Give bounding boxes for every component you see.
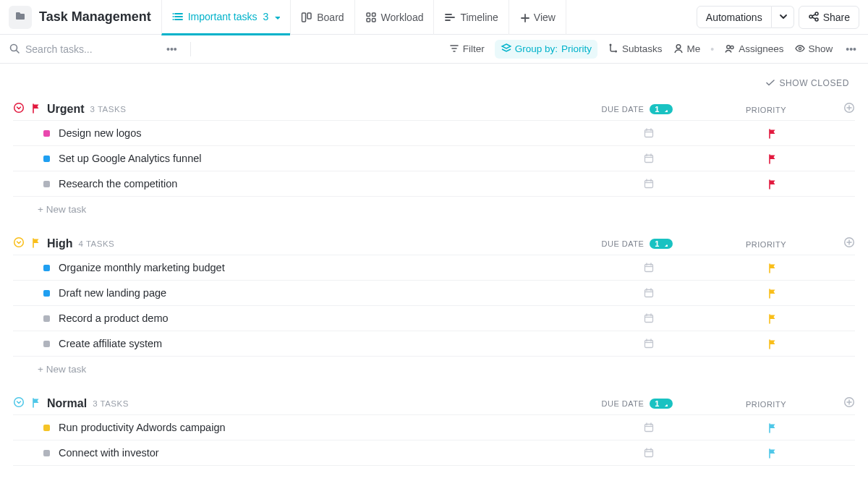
task-row[interactable]: Draft new landing page (13, 280, 855, 305)
eye-icon (794, 43, 805, 56)
task-status-square[interactable] (43, 130, 50, 137)
priority-cell[interactable] (718, 263, 826, 273)
page-title: Task Management (39, 9, 151, 25)
col-due-date[interactable]: DUE DATE (602, 239, 644, 248)
due-date-cell[interactable] (580, 447, 718, 459)
task-status-square[interactable] (43, 181, 50, 187)
show-closed-button[interactable]: SHOW CLOSED (13, 69, 855, 99)
users-icon (724, 43, 735, 56)
task-name: Research the competition (59, 178, 177, 190)
task-name: Design new logos (59, 127, 141, 139)
tab-count: 3 (263, 11, 268, 22)
list-icon (172, 11, 184, 22)
priority-cell[interactable] (718, 153, 826, 164)
collapse-icon[interactable] (13, 396, 25, 410)
show-button[interactable]: Show (794, 43, 833, 56)
task-name: Draft new landing page (59, 287, 166, 299)
priority-cell[interactable] (718, 288, 826, 299)
sort-badge[interactable]: 1 (650, 239, 673, 249)
task-row[interactable]: Organize monthly marketing budget (13, 255, 855, 280)
task-status-square[interactable] (43, 450, 50, 456)
folder-button[interactable] (9, 6, 32, 29)
priority-cell[interactable] (718, 179, 826, 190)
tab-label: View (534, 12, 556, 23)
priority-cell[interactable] (718, 128, 826, 139)
task-row[interactable]: Set up Google Analytics funnel (13, 145, 855, 171)
tab-timeline[interactable]: Timeline (433, 0, 508, 35)
col-priority[interactable]: PRIORITY (746, 240, 786, 249)
due-date-cell[interactable] (580, 338, 718, 349)
col-due-date[interactable]: DUE DATE (602, 399, 644, 408)
task-status-square[interactable] (43, 265, 50, 271)
task-status-square[interactable] (43, 290, 50, 297)
tab-board[interactable]: Board (290, 0, 354, 35)
tab-label: Important tasks (188, 11, 258, 22)
toolbar-more-button[interactable]: ••• (843, 43, 859, 55)
col-priority[interactable]: PRIORITY (746, 106, 786, 114)
group-high: High 4 TASKS DUE DATE 1 PRIORITY Organiz… (13, 234, 855, 378)
task-row[interactable]: Record a product demo (13, 305, 855, 331)
task-status-square[interactable] (43, 156, 50, 162)
search-more-button[interactable]: ••• (163, 43, 180, 55)
view-tabs: Important tasks 3 Board Workload Timelin… (161, 0, 566, 35)
tab-add-view[interactable]: View (509, 0, 566, 35)
collapse-icon[interactable] (13, 102, 25, 116)
filter-icon (448, 43, 459, 56)
automations-button[interactable]: Automations (697, 6, 772, 28)
share-button[interactable]: Share (799, 6, 859, 29)
tool-label: Group by: (515, 43, 558, 54)
due-date-cell[interactable] (580, 127, 718, 139)
col-due-date[interactable]: DUE DATE (602, 105, 644, 114)
filter-button[interactable]: Filter (448, 43, 485, 56)
collapse-icon[interactable] (13, 237, 25, 250)
sort-badge[interactable]: 1 (650, 399, 673, 409)
search-input[interactable] (24, 43, 132, 56)
due-date-cell[interactable] (580, 262, 718, 273)
new-task-button[interactable]: + New task (13, 357, 855, 378)
show-closed-label: SHOW CLOSED (779, 78, 849, 88)
share-icon (808, 11, 819, 24)
task-status-square[interactable] (43, 425, 50, 431)
check-icon (765, 77, 775, 89)
task-row[interactable]: Create affiliate system (13, 331, 855, 357)
tab-important-tasks[interactable]: Important tasks 3 (161, 0, 291, 35)
add-column-button[interactable] (826, 102, 855, 116)
priority-cell[interactable] (718, 339, 826, 349)
automations-dropdown[interactable] (772, 6, 794, 28)
task-row[interactable]: Connect with investor (13, 440, 855, 466)
content: SHOW CLOSED Urgent 3 TASKS DUE DATE 1 PR… (0, 64, 868, 481)
sort-badge[interactable]: 1 (650, 104, 673, 114)
grid-icon (365, 12, 377, 23)
plus-icon (519, 12, 529, 22)
task-row[interactable]: Design new logos (13, 120, 855, 145)
due-date-cell[interactable] (580, 153, 718, 164)
due-date-cell[interactable] (580, 287, 718, 299)
tab-workload[interactable]: Workload (354, 0, 434, 35)
tool-label: Me (687, 43, 701, 54)
subtask-icon (608, 43, 618, 56)
task-status-square[interactable] (43, 315, 50, 322)
add-column-button[interactable] (826, 396, 855, 410)
due-date-cell[interactable] (580, 178, 718, 190)
search-icon (9, 43, 20, 56)
task-row[interactable]: Research the competition (13, 171, 855, 197)
task-name: Organize monthly marketing budget (59, 262, 225, 273)
task-row[interactable]: Run productivity Adwords campaign (13, 414, 855, 440)
assignees-button[interactable]: Assignees (724, 43, 783, 56)
priority-cell[interactable] (718, 422, 826, 433)
me-button[interactable]: Me (673, 43, 701, 56)
task-status-square[interactable] (43, 341, 50, 347)
subtasks-button[interactable]: Subtasks (608, 43, 663, 56)
col-priority[interactable]: PRIORITY (746, 400, 786, 409)
due-date-cell[interactable] (580, 422, 718, 433)
add-column-button[interactable] (826, 237, 855, 250)
priority-cell[interactable] (718, 448, 826, 459)
priority-cell[interactable] (718, 313, 826, 324)
group-by-button[interactable]: Group by: Priority (495, 40, 597, 59)
divider (190, 42, 191, 56)
new-task-button[interactable]: + New task (13, 197, 855, 218)
tool-label: Assignees (739, 43, 783, 54)
search-wrap (9, 43, 153, 56)
due-date-cell[interactable] (580, 312, 718, 324)
button-label: Share (823, 12, 850, 23)
